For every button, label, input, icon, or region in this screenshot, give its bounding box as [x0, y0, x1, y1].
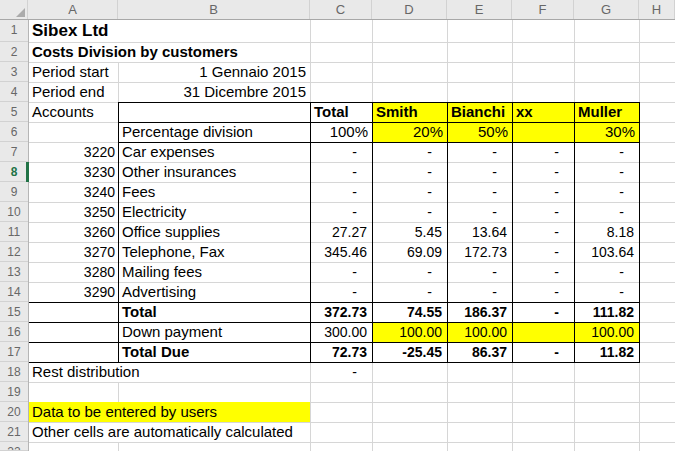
row-header-9[interactable]: 9 [0, 182, 28, 202]
row-header-16[interactable]: 16 [0, 322, 28, 342]
cell-value[interactable]: - [574, 262, 639, 282]
column-header-f[interactable]: F [512, 0, 574, 19]
cell-value[interactable]: 8.18 [574, 222, 639, 242]
cell-account-code[interactable]: 3230 [28, 162, 118, 182]
cell-account-code[interactable]: 3270 [28, 242, 118, 262]
cell-account-code[interactable]: 3290 [28, 282, 118, 302]
select-all-button[interactable] [0, 0, 28, 19]
row-header-15[interactable]: 15 [0, 302, 28, 322]
cell-down-payment-value[interactable]: 100.00 [574, 322, 639, 342]
cell-account-name[interactable]: Office supplies [118, 222, 310, 242]
row-header-22[interactable]: 22 [0, 442, 28, 451]
cell-down-payment-value[interactable] [512, 322, 574, 342]
column-header-b[interactable]: B [118, 0, 310, 19]
cell-value[interactable]: - [512, 242, 574, 262]
cell-a2-subtitle[interactable]: Costs Division by customers [28, 42, 310, 62]
cell-account-name[interactable]: Mailing fees [118, 262, 310, 282]
cell-value[interactable]: - [372, 142, 447, 162]
row-header-3[interactable]: 3 [0, 62, 28, 82]
cell-value[interactable]: 13.64 [447, 222, 512, 242]
column-header-g[interactable]: G [574, 0, 639, 19]
cell-value[interactable]: - [310, 282, 372, 302]
cell-total-value[interactable]: 372.73 [310, 302, 372, 322]
cell-value[interactable]: - [372, 282, 447, 302]
cell-total-value[interactable]: 74.55 [372, 302, 447, 322]
cell-c5-total-header[interactable]: Total [310, 102, 372, 122]
cell-b16-down-payment-label[interactable]: Down payment [118, 322, 310, 342]
cell-value[interactable]: - [512, 282, 574, 302]
cell-value[interactable]: - [574, 142, 639, 162]
cell-value[interactable]: 27.27 [310, 222, 372, 242]
cell-d6-percentage-smith[interactable]: 20% [372, 122, 447, 142]
cell-account-name[interactable]: Fees [118, 182, 310, 202]
cell-a18-rest-distribution-label[interactable]: Rest distribution [28, 362, 310, 382]
row-header-21[interactable]: 21 [0, 422, 28, 442]
cell-value[interactable]: - [447, 142, 512, 162]
cell-a1-title[interactable]: Sibex Ltd [28, 19, 310, 42]
row-header-6[interactable]: 6 [0, 122, 28, 142]
cell-total-value[interactable]: - [512, 302, 574, 322]
row-header-1[interactable]: 1 [0, 19, 28, 42]
row-header-10[interactable]: 10 [0, 202, 28, 222]
column-header-h[interactable]: H [639, 0, 675, 19]
cell-total-due-value[interactable]: -25.45 [372, 342, 447, 362]
cell-total-value[interactable]: 111.82 [574, 302, 639, 322]
cell-f5-customer-xx[interactable]: xx [512, 102, 574, 122]
cell-account-name[interactable]: Car expenses [118, 142, 310, 162]
row-header-2[interactable]: 2 [0, 42, 28, 62]
cell-a3-period-start-label[interactable]: Period start [28, 62, 118, 82]
cell-value[interactable]: - [447, 262, 512, 282]
cell-value[interactable]: - [372, 182, 447, 202]
cell-account-code[interactable]: 3220 [28, 142, 118, 162]
cell-b4-period-end-value[interactable]: 31 Dicembre 2015 [118, 82, 310, 102]
cell-total-due-value[interactable]: 72.73 [310, 342, 372, 362]
cell-value[interactable]: - [574, 282, 639, 302]
row-header-19[interactable]: 19 [0, 382, 28, 402]
cell-g5-customer-muller[interactable]: Muller [574, 102, 639, 122]
row-header-13[interactable]: 13 [0, 262, 28, 282]
cell-b3-period-start-value[interactable]: 1 Gennaio 2015 [118, 62, 310, 82]
cell-total-due-value[interactable]: - [512, 342, 574, 362]
cell-value[interactable]: - [512, 202, 574, 222]
cell-value[interactable]: - [574, 182, 639, 202]
cell-value[interactable]: 345.46 [310, 242, 372, 262]
cell-b17-total-due-label[interactable]: Total Due [118, 342, 310, 362]
row-header-5[interactable]: 5 [0, 102, 28, 122]
cell-value[interactable]: - [310, 142, 372, 162]
cell-c18-rest-distribution-value[interactable]: - [310, 362, 372, 382]
cell-account-code[interactable]: 3280 [28, 262, 118, 282]
cell-d5-customer-smith[interactable]: Smith [372, 102, 447, 122]
cell-value[interactable]: - [310, 202, 372, 222]
cell-total-due-value[interactable]: 11.82 [574, 342, 639, 362]
cell-value[interactable]: - [372, 202, 447, 222]
cell-e6-percentage-bianchi[interactable]: 50% [447, 122, 512, 142]
cell-total-value[interactable]: 186.37 [447, 302, 512, 322]
cell-c6-percentage-total[interactable]: 100% [310, 122, 372, 142]
cell-a5-accounts-label[interactable]: Accounts [28, 102, 118, 122]
column-header-e[interactable]: E [447, 0, 512, 19]
cell-down-payment-value[interactable]: 100.00 [447, 322, 512, 342]
cell-b6-percentage-label[interactable]: Percentage division [118, 122, 310, 142]
cell-account-code[interactable]: 3240 [28, 182, 118, 202]
row-header-20[interactable]: 20 [0, 402, 28, 422]
cell-total-due-value[interactable]: 86.37 [447, 342, 512, 362]
cell-value[interactable]: - [512, 162, 574, 182]
cell-a21-note-plain[interactable]: Other cells are automatically calculated [28, 422, 310, 442]
cell-account-name[interactable]: Telephone, Fax [118, 242, 310, 262]
cell-account-name[interactable]: Advertising [118, 282, 310, 302]
row-header-11[interactable]: 11 [0, 222, 28, 242]
cell-value[interactable]: - [372, 162, 447, 182]
cell-value[interactable]: - [512, 182, 574, 202]
column-header-c[interactable]: C [310, 0, 372, 19]
row-header-7[interactable]: 7 [0, 142, 28, 162]
cell-account-code[interactable]: 3260 [28, 222, 118, 242]
cell-down-payment-value[interactable]: 100.00 [372, 322, 447, 342]
cell-value[interactable]: - [574, 202, 639, 222]
row-header-4[interactable]: 4 [0, 82, 28, 102]
row-header-8-active[interactable]: 8 [0, 162, 28, 182]
cell-value[interactable]: 103.64 [574, 242, 639, 262]
column-header-a[interactable]: A [28, 0, 118, 19]
row-header-18[interactable]: 18 [0, 362, 28, 382]
cell-b15-total-label[interactable]: Total [118, 302, 310, 322]
cell-account-code[interactable]: 3250 [28, 202, 118, 222]
